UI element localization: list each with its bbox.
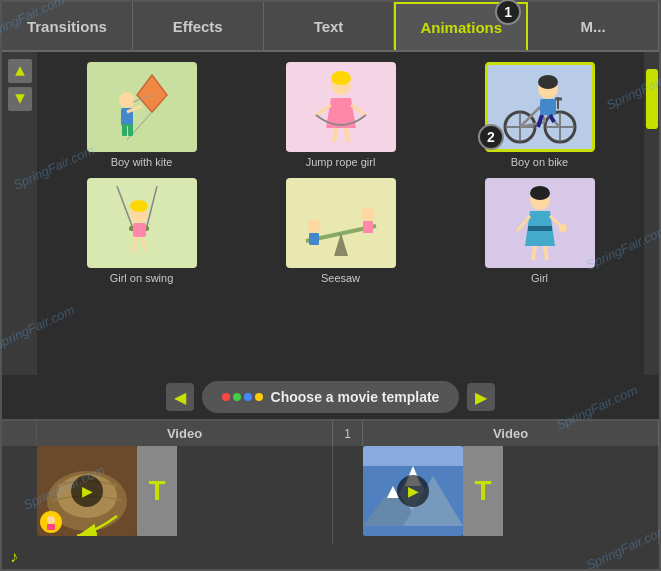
grid-area: Boy with kite: [37, 52, 644, 375]
transition-block-1[interactable]: T: [137, 446, 177, 536]
svg-point-61: [47, 516, 55, 524]
svg-rect-31: [540, 99, 556, 115]
list-item[interactable]: Girl on swing: [47, 178, 236, 284]
svg-rect-62: [47, 524, 55, 530]
svg-point-30: [538, 75, 558, 89]
svg-rect-8: [128, 124, 133, 136]
dot-blue: [244, 393, 252, 401]
svg-point-44: [307, 219, 321, 233]
transition-letter: T: [148, 475, 165, 507]
list-item[interactable]: Boy on bike: [445, 62, 634, 168]
timeline-content: ▶: [2, 446, 659, 544]
play-button-2[interactable]: ▶: [397, 475, 429, 507]
choose-template-button[interactable]: Choose a movie template: [202, 381, 460, 413]
timeline-num-col: [333, 446, 363, 544]
timeline-left-pad: [2, 446, 37, 544]
svg-line-35: [147, 186, 157, 226]
animation-badge: [40, 511, 62, 533]
tab-transitions[interactable]: Transitions: [2, 2, 133, 50]
tab-bar: Transitions Effects Text Animations 1 M.…: [2, 2, 659, 52]
video-thumb-2[interactable]: ▶: [363, 446, 463, 536]
app-window: Transitions Effects Text Animations 1 M.…: [0, 0, 661, 571]
item-thumb-jump-rope[interactable]: [286, 62, 396, 152]
svg-line-32: [538, 115, 542, 127]
svg-point-38: [130, 200, 148, 212]
timeline-col-video2: Video: [363, 421, 659, 446]
svg-line-34: [117, 186, 132, 226]
item-thumb-girl-swing[interactable]: [87, 178, 197, 268]
timeline-track-1: ▶: [37, 446, 333, 544]
svg-line-55: [533, 246, 535, 260]
svg-line-16: [346, 128, 348, 142]
right-scrollbar: [644, 52, 659, 375]
dot-yellow: [255, 393, 263, 401]
template-button-label: Choose a movie template: [271, 389, 440, 405]
timeline-number: 1: [333, 421, 363, 446]
dot-green: [233, 393, 241, 401]
timeline-col-video1: Video: [37, 421, 333, 446]
item-thumb-seesaw[interactable]: [286, 178, 396, 268]
transition-block-2[interactable]: T: [463, 446, 503, 536]
svg-point-54: [559, 224, 567, 232]
template-next-button[interactable]: ▶: [467, 383, 495, 411]
svg-point-4: [119, 92, 135, 108]
play-button-1[interactable]: ▶: [71, 475, 103, 507]
svg-rect-7: [122, 124, 127, 136]
scroll-down-button[interactable]: [8, 87, 32, 111]
timeline-track-2: ▶ T: [363, 446, 659, 544]
list-item[interactable]: Jump rope girl: [246, 62, 435, 168]
template-btn-row: ◀ Choose a movie template ▶: [2, 375, 659, 419]
items-grid: Boy with kite: [47, 62, 634, 284]
transition-letter-2: T: [474, 475, 491, 507]
svg-rect-47: [363, 221, 373, 233]
svg-line-15: [334, 128, 336, 142]
item-label-girl-swing: Girl on swing: [110, 272, 174, 284]
dot-red: [222, 393, 230, 401]
svg-line-33: [550, 115, 554, 122]
item-label-boy-bike: Boy on bike: [511, 156, 568, 168]
svg-line-40: [133, 237, 136, 251]
template-prev-button[interactable]: ◀: [166, 383, 194, 411]
scrollbar-thumb[interactable]: [646, 69, 658, 129]
content-area: Boy with kite: [2, 52, 659, 375]
badge-2: 2: [478, 124, 504, 150]
scroll-up-button[interactable]: [8, 59, 32, 83]
left-sidebar: [2, 52, 37, 375]
list-item[interactable]: Seesaw: [246, 178, 435, 284]
list-item[interactable]: Boy with kite: [47, 62, 236, 168]
svg-rect-70: [363, 446, 463, 466]
music-icon: ♪: [10, 548, 18, 566]
svg-marker-0: [15, 66, 25, 76]
svg-line-56: [545, 246, 547, 260]
tab-effects[interactable]: Effects: [133, 2, 264, 50]
item-label-boy-kite: Boy with kite: [111, 156, 173, 168]
item-label-seesaw: Seesaw: [321, 272, 360, 284]
svg-rect-39: [133, 223, 146, 237]
tab-more[interactable]: M...: [528, 2, 659, 50]
svg-point-49: [530, 186, 550, 200]
item-thumb-girl[interactable]: [485, 178, 595, 268]
template-dots: [222, 393, 263, 401]
svg-rect-45: [309, 233, 319, 245]
svg-rect-51: [528, 226, 552, 231]
item-label-jump-rope: Jump rope girl: [306, 156, 376, 168]
svg-point-11: [331, 71, 351, 85]
svg-line-41: [142, 237, 145, 251]
svg-marker-1: [15, 94, 25, 104]
list-item[interactable]: Girl: [445, 178, 634, 284]
timeline-side-col: [2, 421, 37, 446]
item-thumb-boy-kite[interactable]: [87, 62, 197, 152]
timeline-header: Video 1 Video: [2, 421, 659, 446]
item-label-girl: Girl: [531, 272, 548, 284]
timeline-footer: ♪: [2, 544, 659, 569]
tab-animations[interactable]: Animations 1: [394, 2, 528, 50]
video-thumb-1[interactable]: ▶: [37, 446, 137, 536]
timeline-area: Video 1 Video: [2, 419, 659, 569]
svg-point-46: [361, 207, 375, 221]
tab-text[interactable]: Text: [264, 2, 395, 50]
badge-1: 1: [495, 0, 521, 25]
